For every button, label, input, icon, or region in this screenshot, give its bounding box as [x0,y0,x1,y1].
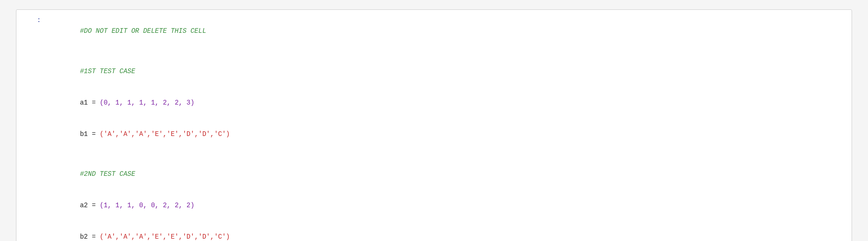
cell-gutter: : [16,10,45,241]
notebook-cell: : #DO NOT EDIT OR DELETE THIS CELL #1ST … [16,9,852,241]
test2-comment: #2ND TEST CASE [80,170,135,178]
test-case-2-block: #2ND TEST CASE a2 = (1, 1, 1, 0, 0, 2, 2… [48,158,846,241]
b1-var: b1 [80,130,88,138]
a2-op: = [88,202,100,209]
header-comment-block: #DO NOT EDIT OR DELETE THIS CELL [48,15,846,47]
b2-var: b2 [80,233,88,241]
test-case-1-block: #1ST TEST CASE a1 = (0, 1, 1, 1, 1, 2, 2… [48,55,846,150]
b2-op: = [88,233,100,241]
test2-a2-line: a2 = (1, 1, 1, 0, 0, 2, 2, 2) [48,190,846,221]
a1-var: a1 [80,99,88,106]
b1-val: ('A','A','A','E','E','D','D','C') [100,130,230,138]
b1-op: = [88,130,100,138]
a1-op: = [88,99,100,106]
test1-comment: #1ST TEST CASE [80,68,135,75]
a2-val: (1, 1, 1, 0, 0, 2, 2, 2) [100,202,194,209]
b2-val: ('A','A','A','E','E','D','D','C') [100,233,230,241]
test2-comment-line: #2ND TEST CASE [48,158,846,190]
header-comment-line: #DO NOT EDIT OR DELETE THIS CELL [48,15,846,47]
test1-comment-line: #1ST TEST CASE [48,55,846,87]
test1-b1-line: b1 = ('A','A','A','E','E','D','D','C') [48,119,846,150]
test1-a1-line: a1 = (0, 1, 1, 1, 1, 2, 2, 3) [48,87,846,118]
a1-val: (0, 1, 1, 1, 1, 2, 2, 3) [100,99,194,106]
a2-var: a2 [80,202,88,209]
cell-prompt: : [37,15,41,24]
header-comment-text: #DO NOT EDIT OR DELETE THIS CELL [80,27,206,35]
cell-content: #DO NOT EDIT OR DELETE THIS CELL #1ST TE… [45,10,852,241]
test2-b2-line: b2 = ('A','A','A','E','E','D','D','C') [48,221,846,241]
